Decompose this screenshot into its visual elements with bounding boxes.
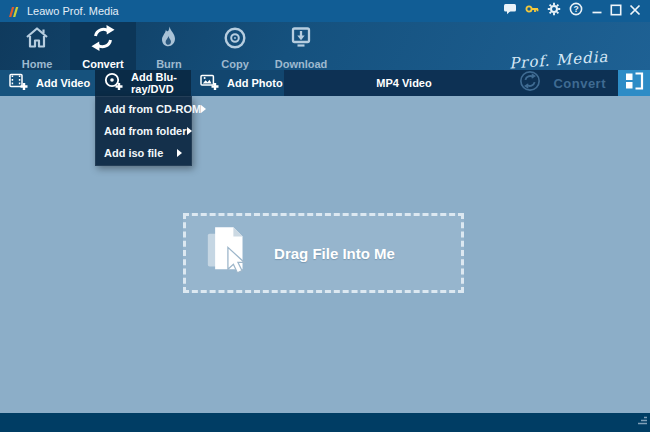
tab-convert[interactable]: Convert	[70, 22, 136, 70]
maximize-button[interactable]	[606, 0, 625, 22]
add-video-label: Add Video	[36, 77, 90, 89]
burn-flame-icon	[155, 24, 183, 56]
statusbar	[0, 413, 650, 432]
tab-download[interactable]: Download	[268, 22, 334, 70]
tab-burn-label: Burn	[156, 58, 182, 70]
convert-disabled-icon	[519, 70, 541, 96]
close-button[interactable]	[625, 0, 644, 22]
menu-item-add-from-cdrom[interactable]: Add from CD-ROM	[96, 98, 191, 120]
tab-download-label: Download	[275, 58, 328, 70]
format-selector[interactable]: MP4 Video	[284, 70, 524, 96]
panel-toggle-button[interactable]	[618, 70, 650, 96]
menu-item-label: Add from folder	[104, 125, 187, 137]
minimize-button[interactable]	[587, 0, 606, 22]
close-icon	[629, 2, 641, 20]
app-logo-icon	[8, 5, 21, 18]
window-title: Leawo Prof. Media	[27, 5, 119, 17]
add-bluray-dvd-label: Add Blu-ray/DVD	[131, 71, 191, 95]
panel-layout-icon	[624, 71, 644, 95]
home-icon	[23, 24, 51, 56]
menu-item-label: Add from CD-ROM	[104, 103, 201, 115]
feedback-bubble-icon	[503, 2, 517, 20]
convert-button[interactable]: Convert	[519, 70, 606, 96]
titlebar: Leawo Prof. Media	[0, 0, 650, 22]
disc-plus-icon	[104, 72, 123, 95]
menu-item-add-iso-file[interactable]: Add iso file	[96, 142, 191, 164]
film-plus-icon	[9, 72, 28, 95]
tab-convert-label: Convert	[82, 58, 124, 70]
main-nav: Home Convert Burn	[0, 22, 650, 70]
resize-grip[interactable]	[637, 411, 647, 429]
gear-icon	[547, 2, 561, 20]
dropzone-label: Drag File Into Me	[274, 245, 395, 262]
add-video-button[interactable]: Add Video	[0, 70, 95, 96]
svg-text:?: ?	[573, 4, 578, 14]
tab-copy[interactable]: Copy	[202, 22, 268, 70]
add-bluray-dropdown-menu: Add from CD-ROM Add from folder Add iso …	[95, 96, 192, 166]
convert-arrows-icon	[89, 24, 117, 56]
register-key-button[interactable]	[521, 0, 543, 22]
submenu-arrow-icon	[187, 127, 192, 135]
download-icon	[287, 24, 315, 56]
tab-home-label: Home	[22, 58, 53, 70]
submenu-arrow-icon	[177, 149, 182, 157]
add-photo-button[interactable]: Add Photo	[191, 70, 284, 96]
tab-home[interactable]: Home	[4, 22, 70, 70]
tab-copy-label: Copy	[221, 58, 249, 70]
menu-item-label: Add iso file	[104, 147, 163, 159]
tab-burn[interactable]: Burn	[136, 22, 202, 70]
settings-button[interactable]	[543, 0, 565, 22]
feedback-button[interactable]	[499, 0, 521, 22]
drag-drop-zone[interactable]: Drag File Into Me	[183, 213, 464, 293]
help-button[interactable]: ?	[565, 0, 587, 22]
toolbar: Add Video Add Blu-ray/DVD Add Photo MP4 …	[0, 70, 650, 96]
brand-script: Prof. Media	[508, 48, 608, 73]
submenu-arrow-icon	[201, 105, 206, 113]
help-icon: ?	[569, 2, 583, 20]
add-photo-label: Add Photo	[227, 77, 283, 89]
drag-file-cursor-icon	[206, 225, 248, 281]
copy-disc-icon	[221, 24, 249, 56]
maximize-icon	[610, 2, 622, 20]
add-bluray-dvd-button[interactable]: Add Blu-ray/DVD	[95, 70, 191, 96]
convert-button-label: Convert	[553, 76, 606, 91]
menu-item-add-from-folder[interactable]: Add from folder	[96, 120, 191, 142]
minimize-icon	[591, 2, 603, 20]
photo-plus-icon	[200, 72, 219, 95]
key-icon	[525, 2, 539, 20]
